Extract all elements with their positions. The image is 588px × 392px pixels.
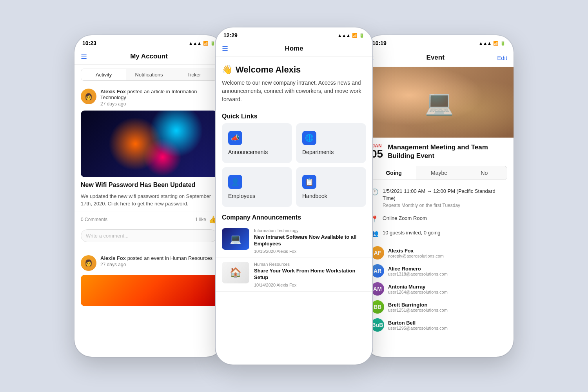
ann-title-1: New Intranet Software Now Available to a… [254,234,366,247]
rsvp-bar: Going Maybe No [371,166,507,180]
guest-5: BuB Burton Bell user1295@axerosolutions.… [371,316,507,334]
guest-name-1: Alexis Fox [388,248,507,254]
activity-text-1: Alexis Fox posted an article in Informat… [100,89,217,100]
phones-container: 10:23 ▲▲▲ 📶 🔋 ☰ My Account Activity Noti… [67,12,521,380]
ann-cat-1: Information Technology [254,228,366,233]
rsvp-going[interactable]: Going [371,166,416,180]
edit-button[interactable]: Edit [497,54,507,61]
quick-links-grid: 📣 Announcements 🌐 Departments 👤 Employee… [216,123,372,211]
battery-icon-m: 🔋 [359,33,365,38]
guest-name-2: Alice Romero [388,266,507,272]
guest-4: BB Brett Barrington user1251@axerosoluti… [371,298,507,316]
guest-info-5: Burton Bell user1295@axerosolutions.com [388,320,507,330]
time-detail-content: 1/5/2021 11:00 AM → 12:00 PM (Pacific St… [383,188,507,209]
home-title: Home [285,45,303,53]
ann-image-2: 🏠 [222,262,249,283]
employees-icon: 👤 [228,175,242,189]
activity-time-1: 27 days ago [100,101,217,107]
guest-2: AR Alice Romero user1318@axerosolutions.… [371,262,507,280]
wifi-icon: 📶 [203,41,209,46]
quick-link-announcements[interactable]: 📣 Announcements [222,123,292,163]
tech-graphic [81,111,217,177]
avatar-alexis-2: 👩 [81,255,96,271]
announcements-label: Announcements [228,149,268,155]
signal-icon-r: ▲▲▲ [479,41,492,45]
welcome-text: Welcome to our new company intranet. Acc… [222,79,366,103]
rsvp-no[interactable]: No [462,166,507,180]
ann-content-1: Information Technology New Intranet Soft… [254,228,366,254]
post-body: We updated the new wifi password startin… [81,192,217,208]
tab-ticker[interactable]: Ticker [172,69,217,80]
phone-content-right: ‹ Event Edit 💻 JAN 05 Management Meeting… [365,49,514,357]
event-header: ‹ Event Edit [365,49,514,67]
status-icons-right: ▲▲▲ 📶 🔋 [479,41,506,46]
menu-icon-left[interactable]: ☰ [81,52,87,61]
guest-avatar-5: BuB [371,318,384,332]
event-detail-guests: 👥 10 guests invited, 0 going [365,226,514,241]
comment-input-area[interactable]: Write a comment... [81,229,217,242]
time-right: 10:19 [372,40,387,46]
guest-avatar-3: AM [371,282,384,296]
article-image[interactable] [81,111,217,177]
post-content: New Wifi Password Has Been Updated We up… [74,181,223,212]
wifi-icon-m: 📶 [352,33,358,38]
event-detail-time: 🕐 1/5/2021 11:00 AM → 12:00 PM (Pacific … [365,185,514,212]
guest-info-1: Alexis Fox noreply@axerosolutions.com [388,248,507,258]
announcement-2[interactable]: 🏠 Human Resources Share Your Work From H… [216,258,372,292]
guest-info-4: Brett Barrington user1251@axerosolutions… [388,302,507,312]
author-name-2: Alexis Fox [100,255,126,261]
event-image: 💻 [365,67,514,138]
ann-meta-1: 10/15/2020 Alexis Fox [254,249,366,254]
event-date-badge: JAN 05 [371,143,383,160]
guest-email-5: user1295@axerosolutions.com [388,326,507,330]
home-header: ☰ Home [216,41,372,57]
phone-content-middle: ☰ Home 👋 Welcome Alexis Welcome to our n… [216,41,372,365]
guest-name-4: Brett Barrington [388,302,507,308]
activity-time-2: 27 days ago [100,262,212,267]
guests-list: AF Alexis Fox noreply@axerosolutions.com… [365,241,514,337]
guest-email-4: user1251@axerosolutions.com [388,308,507,312]
quick-link-handbook[interactable]: 📋 Handbook [296,167,366,207]
avatar-face: 👩 [85,93,93,100]
tab-notifications[interactable]: Notifications [126,69,171,80]
ann-content-2: Human Resources Share Your Work From Hom… [254,262,366,287]
activity-details: Alexis Fox posted an article in Informat… [100,89,217,107]
menu-icon-middle[interactable]: ☰ [222,44,228,53]
rsvp-maybe[interactable]: Maybe [416,166,461,180]
avatar-alexis: 👩 [81,89,96,104]
guest-avatar-2: AR [371,264,384,278]
guest-info-3: Antonia Murray user1264@axerosolutions.c… [388,284,507,294]
welcome-name: Welcome Alexis [236,65,301,75]
laptop-icon: 💻 [425,89,454,116]
status-bar-left: 10:23 ▲▲▲ 📶 🔋 [74,35,223,49]
left-header: ☰ My Account [74,49,223,65]
tab-activity[interactable]: Activity [81,69,126,80]
tabs-bar: Activity Notifications Ticker [81,69,217,81]
announcement-1[interactable]: 💻 Information Technology New Intranet So… [216,224,372,258]
handbook-icon: 📋 [302,175,316,189]
ann-meta-2: 10/14/2020 Alexis Fox [254,283,366,287]
welcome-emoji: 👋 [222,65,232,75]
guest-email-1: noreply@axerosolutions.com [388,254,507,258]
activity-item-2: 👩 Alexis Fox posted an event in Human Re… [74,251,223,275]
time-middle: 12:29 [223,32,238,38]
status-icons-middle: ▲▲▲ 📶 🔋 [338,33,365,38]
guest-3: AM Antonia Murray user1264@axerosolution… [371,280,507,298]
quick-links-heading: Quick Links [216,107,372,123]
quick-link-employees[interactable]: 👤 Employees [222,167,292,207]
guest-1: AF Alexis Fox noreply@axerosolutions.com [371,244,507,262]
quick-link-departments[interactable]: 🌐 Departments [296,123,366,163]
signal-icon: ▲▲▲ [189,41,201,45]
guest-name-5: Burton Bell [388,320,507,326]
activity-text-2: Alexis Fox posted an event in Human Reso… [100,255,212,261]
divider-1 [74,248,223,248]
event-preview-image [81,275,217,306]
guests-count-text: 10 guests invited, 0 going [383,229,440,236]
status-bar-middle: 12:29 ▲▲▲ 📶 🔋 [216,27,372,41]
battery-icon-r: 🔋 [500,41,506,46]
post-actions: 0 Comments 1 like 👍 [74,212,223,227]
guest-avatar-1: AF [371,246,384,260]
guest-name-3: Antonia Murray [388,284,507,290]
ann-image-1: 💻 [222,228,249,250]
phone-content-left: ☰ My Account Activity Notifications Tick… [74,49,223,357]
